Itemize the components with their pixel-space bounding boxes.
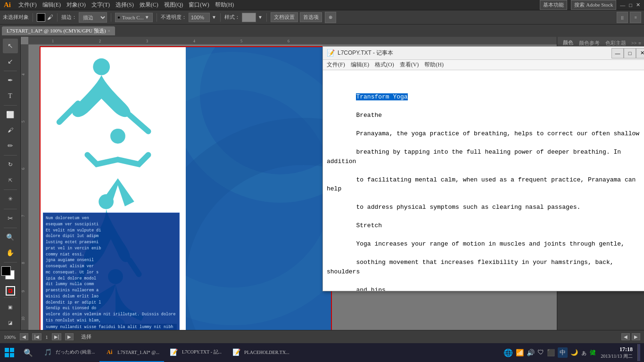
- first-page-btn[interactable]: |◀: [32, 333, 42, 340]
- rotate-tool[interactable]: ↻: [3, 157, 18, 172]
- music-icon: 🎵: [42, 347, 53, 357]
- foreground-color[interactable]: [37, 13, 45, 22]
- blue-text-overlay[interactable]: Num doloreetum ven esequam ver suscipist…: [43, 213, 180, 330]
- direct-selection-tool[interactable]: ↙: [3, 54, 18, 69]
- search-button[interactable]: 🔍: [19, 343, 38, 362]
- blue-text-line4: dolore dipit lut adipm: [46, 234, 99, 239]
- document-tab[interactable]: L7START_1.AI* @ 100% (CMYK/GPU 预选) ×: [2, 26, 115, 35]
- last-page-btn[interactable]: ▶|: [52, 333, 62, 340]
- zoom-tool[interactable]: 🔍: [3, 230, 18, 245]
- win-close[interactable]: ✕: [636, 2, 640, 8]
- draw-normal-mode[interactable]: ▣: [3, 300, 18, 314]
- sound-icon[interactable]: 🔊: [527, 349, 535, 357]
- foreground-color-swatch[interactable]: [1, 266, 11, 276]
- menu-edit[interactable]: 编辑(E): [40, 1, 64, 9]
- preferences-btn[interactable]: 首选项: [300, 12, 322, 22]
- hand-tool[interactable]: ✋: [3, 246, 18, 260]
- show-desktop-btn[interactable]: [637, 344, 640, 361]
- start-button[interactable]: [0, 343, 19, 362]
- system-clock[interactable]: 17:18 2013/11/13 周二: [599, 346, 635, 360]
- draw-inside-mode[interactable]: ◪: [3, 315, 18, 330]
- notepad-line-6: Stretch: [356, 222, 382, 229]
- network-icon[interactable]: 📶: [516, 349, 524, 357]
- notepad-menu-format[interactable]: 格式(O): [372, 61, 397, 69]
- color-theme-tab[interactable]: 色彩主题: [603, 40, 629, 47]
- taskbar-notepad-1[interactable]: 📝 L7COPY.TXT - 記...: [164, 343, 226, 362]
- apps-icon[interactable]: ⬛: [547, 349, 555, 357]
- panel-menu-icon[interactable]: ≡: [638, 41, 641, 46]
- notepad-line-5: to address physical symptoms such as cle…: [356, 204, 580, 211]
- menu-file[interactable]: 文件(F): [16, 1, 40, 9]
- menu-help[interactable]: 帮助(H): [212, 1, 237, 9]
- color-swatches: [1, 266, 19, 284]
- menu-view[interactable]: 视图(Q): [161, 1, 186, 9]
- input-char-icon[interactable]: ぁ: [581, 348, 587, 357]
- artwork: Num doloreetum ven esequam ver suscipist…: [40, 46, 332, 330]
- win-minimize[interactable]: —: [620, 2, 625, 8]
- basic-function-label[interactable]: 基本功能: [540, 0, 567, 10]
- scroll-left-btn[interactable]: ◀: [621, 333, 630, 340]
- notepad-line-9: and hips.: [356, 287, 389, 291]
- notepad-title: L7COPY.TXT - 记事本: [338, 49, 611, 57]
- color-guide-tab[interactable]: 颜色参考: [576, 40, 603, 47]
- notepad-text-area[interactable]: Transform Yoga Breathe Pranayama, the yo…: [323, 70, 644, 291]
- panel-expand-icon[interactable]: >>: [631, 41, 636, 46]
- menu-effect[interactable]: 效果(C): [137, 1, 161, 9]
- page-number[interactable]: 1: [45, 334, 48, 340]
- style-label: 样式：: [224, 14, 240, 21]
- paintbrush-tool[interactable]: 🖌: [3, 123, 18, 138]
- menu-object[interactable]: 对象(O): [64, 1, 89, 9]
- notepad-line-4: to facilitating mental calm, when used a…: [327, 176, 639, 193]
- scale-tool[interactable]: ⇱: [3, 173, 18, 188]
- notepad-menu-file[interactable]: 文件(F): [324, 61, 348, 69]
- tab-close-btn[interactable]: ×: [108, 28, 111, 33]
- svg-text:5: 5: [21, 121, 25, 123]
- pen-tool[interactable]: ✒: [3, 73, 18, 88]
- notepad-menu-edit[interactable]: 编辑(E): [348, 61, 372, 69]
- selection-tool[interactable]: ↖: [3, 39, 18, 53]
- svg-rect-24: [10, 348, 14, 352]
- taskbar-music-app[interactable]: 🎵 だっための (純音...: [38, 343, 99, 362]
- tools-panel: ↖ ↙ ✒ T ⬜ 🖌 ✏ ↻ ⇱ ✳ ✂ 🔍 ✋ ▣ ◪: [0, 37, 21, 330]
- keyboard-health-icon[interactable]: 健: [590, 348, 596, 357]
- notepad2-icon: 📝: [231, 347, 241, 357]
- antivirus-icon[interactable]: 🛡: [537, 349, 544, 356]
- stroke-preview: ● Touch C... ▼: [115, 13, 153, 22]
- status-label: 选择: [81, 333, 91, 340]
- notepad-menu-view[interactable]: 查看(V): [397, 61, 422, 69]
- taskbar-illustrator[interactable]: Ai L7START_1.AI* @...: [99, 343, 164, 362]
- search-stock-label[interactable]: 搜索 Adobe Stock: [571, 0, 616, 10]
- stroke-select[interactable]: 描边: [79, 12, 107, 23]
- taskbar-notepad-2[interactable]: 📝 PLACEHOLDER.TX...: [226, 343, 294, 362]
- tab-bar: L7START_1.AI* @ 100% (CMYK/GPU 预选) ×: [0, 25, 644, 37]
- win-maximize[interactable]: □: [629, 2, 632, 8]
- svg-text:1: 1: [52, 39, 54, 43]
- menu-text[interactable]: 文字(T): [89, 1, 113, 9]
- chinese-input-mode[interactable]: 中: [558, 347, 568, 358]
- notepad-close[interactable]: ✕: [636, 48, 644, 58]
- ie-icon[interactable]: 🌐: [504, 348, 513, 357]
- symbol-sprayer-tool[interactable]: ✳: [3, 192, 18, 206]
- rectangle-tool[interactable]: ⬜: [3, 107, 18, 122]
- fill-icon[interactable]: [6, 286, 15, 296]
- type-tool[interactable]: T: [3, 89, 18, 103]
- next-page-btn[interactable]: ▶: [65, 333, 74, 340]
- notepad-menu-help[interactable]: 帮助(H): [421, 61, 446, 69]
- pencil-tool[interactable]: ✏: [3, 139, 18, 153]
- blue-text-line14: Wisisi dolum erlit lao: [46, 294, 99, 299]
- menu-window[interactable]: 窗口(W): [186, 1, 212, 9]
- notepad-minimize[interactable]: —: [611, 48, 624, 58]
- menu-select[interactable]: 选择(S): [113, 1, 137, 9]
- scissors-tool[interactable]: ✂: [3, 211, 18, 225]
- windows-taskbar: 🔍 🎵 だっための (純音... Ai L7START_1.AI* @... 📝…: [0, 343, 644, 362]
- doc-settings-btn[interactable]: 文档设置: [271, 12, 298, 22]
- svg-point-18: [93, 58, 110, 75]
- notepad-maximize[interactable]: □: [624, 48, 636, 58]
- ruler-left: 4 5 6 7 8 9 10: [21, 44, 28, 330]
- scroll-right-btn[interactable]: ▶: [632, 333, 640, 340]
- input-moon-icon[interactable]: 🌙: [570, 349, 578, 356]
- opacity-input[interactable]: [189, 13, 210, 22]
- blue-text-line6: prat vel in vercin enib: [46, 246, 101, 251]
- touch-brush-label[interactable]: Touch C...: [122, 15, 144, 20]
- prev-page-btn[interactable]: ◀: [20, 333, 28, 340]
